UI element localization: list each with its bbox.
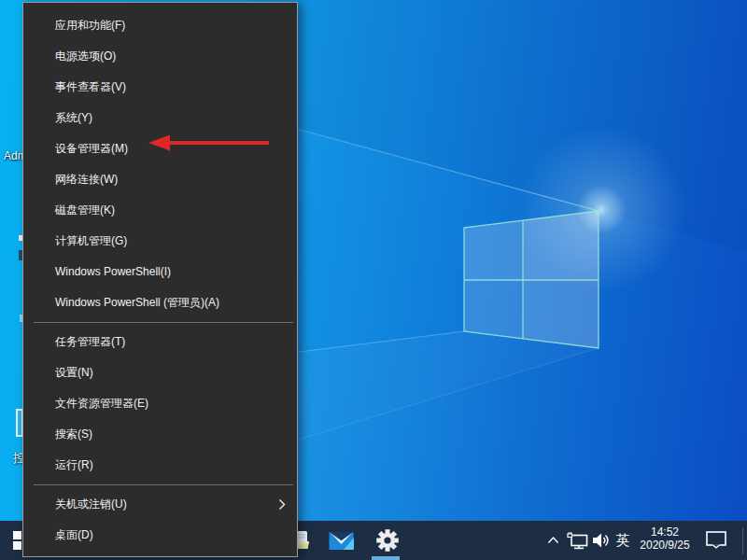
menu-item-task-manager[interactable]: 任务管理器(T): [23, 327, 297, 357]
action-center-button[interactable]: [698, 521, 734, 560]
menu-item-label: 设备管理器(M): [55, 142, 128, 155]
menu-item-label: 应用和功能(F): [55, 19, 125, 32]
menu-item-event-viewer[interactable]: 事件查看器(V): [23, 72, 297, 103]
menu-item-label: 搜索(S): [55, 427, 92, 441]
menu-item-label: 桌面(D): [55, 528, 93, 541]
menu-item-label: 设置(N): [55, 366, 93, 379]
menu-item-label: 计算机管理(G): [55, 234, 127, 247]
menu-item-label: Windows PowerShell(I): [55, 265, 171, 278]
tray-time: 14:52: [640, 525, 689, 539]
red-arrow-annotation: [148, 133, 273, 152]
menu-item-powershell[interactable]: Windows PowerShell(I): [23, 257, 297, 287]
show-desktop-divider[interactable]: [742, 527, 743, 554]
settings-gear-icon: [376, 529, 399, 552]
submenu-chevron-icon: [278, 498, 286, 511]
ime-language-indicator[interactable]: 英: [611, 521, 635, 560]
menu-item-label: 网络连接(W): [55, 173, 118, 186]
menu-item-search[interactable]: 搜索(S): [23, 419, 297, 450]
menu-item-file-explorer[interactable]: 文件资源管理器(E): [23, 388, 297, 419]
ethernet-network-icon: [567, 532, 588, 550]
menu-item-label: 系统(Y): [55, 111, 92, 124]
settings-button[interactable]: [365, 521, 410, 560]
menu-item-disk-management[interactable]: 磁盘管理(K): [23, 195, 297, 226]
mail-icon: [329, 531, 354, 551]
menu-separator: [34, 484, 293, 485]
menu-item-power-options[interactable]: 电源选项(O): [23, 41, 297, 72]
menu-item-label: 磁盘管理(K): [55, 203, 115, 217]
menu-item-label: 事件查看器(V): [55, 80, 126, 93]
menu-item-apps-features[interactable]: 应用和功能(F): [23, 10, 297, 41]
menu-item-label: 文件资源管理器(E): [55, 397, 148, 410]
menu-item-label: Windows PowerShell (管理员)(A): [55, 296, 219, 309]
volume-tray-button[interactable]: [590, 521, 613, 560]
menu-item-label: 运行(R): [55, 458, 93, 471]
menu-item-network-connections[interactable]: 网络连接(W): [23, 164, 297, 195]
menu-item-label: 任务管理器(T): [55, 335, 125, 348]
clock[interactable]: 14:52 2020/9/25: [635, 521, 695, 560]
tray-date: 2020/9/25: [640, 539, 689, 552]
chevron-up-icon: [547, 536, 559, 545]
menu-separator: [34, 322, 293, 323]
mail-button[interactable]: [318, 521, 363, 560]
desktop: Adm 控: [0, 0, 747, 560]
action-center-icon: [706, 531, 726, 550]
speaker-icon: [593, 533, 611, 548]
menu-item-settings[interactable]: 设置(N): [23, 357, 297, 388]
winx-menu: 应用和功能(F) 电源选项(O) 事件查看器(V) 系统(Y) 设备管理器(M)…: [22, 2, 298, 557]
menu-item-run[interactable]: 运行(R): [23, 450, 297, 481]
menu-item-desktop[interactable]: 桌面(D): [23, 520, 297, 551]
menu-item-powershell-admin[interactable]: Windows PowerShell (管理员)(A): [23, 287, 297, 318]
menu-item-label: 电源选项(O): [55, 49, 116, 63]
menu-item-label: 关机或注销(U): [55, 497, 127, 511]
active-app-indicator: [372, 556, 400, 560]
tray-expand-button[interactable]: [542, 521, 564, 560]
network-tray-button[interactable]: [564, 521, 590, 560]
menu-item-shutdown-signout[interactable]: 关机或注销(U): [23, 489, 297, 520]
menu-item-computer-management[interactable]: 计算机管理(G): [23, 226, 297, 257]
menu-item-system[interactable]: 系统(Y): [23, 103, 297, 133]
